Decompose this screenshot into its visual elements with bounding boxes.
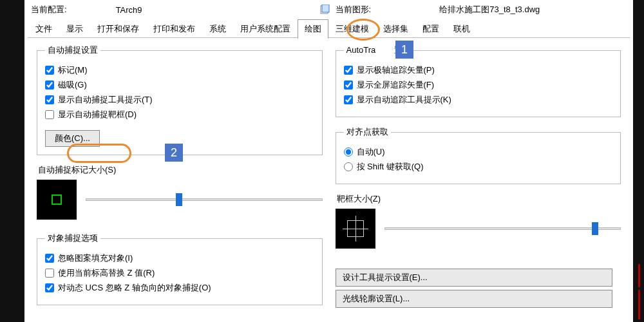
autotrack-group: AutoTra 置 显示极轴追踪矢量(P) 显示全屏追踪矢量(F) 显示自动追踪… (336, 44, 621, 117)
tab-0[interactable]: 文件 (28, 19, 59, 39)
chk-ignore-hatch[interactable]: 忽略图案填充对象(I) (45, 252, 314, 264)
autosnap-group: 自动捕捉设置 标记(M) 磁吸(G) 显示自动捕捉工具提示(T) 显示自动捕捉靶… (37, 44, 323, 155)
marker-preview (37, 180, 77, 220)
callout-number-2: 2 (165, 144, 183, 162)
alignment-legend: 对齐点获取 (344, 126, 391, 138)
marker-size-slider[interactable] (86, 198, 323, 201)
osnap-options-legend: 对象捕捉选项 (45, 232, 100, 244)
autosnap-legend: 自动捕捉设置 (45, 44, 100, 56)
tab-4[interactable]: 系统 (202, 19, 233, 39)
svg-rect-1 (322, 5, 329, 12)
drawing-value: 给排水施工图73_t8_t3.dwg (439, 4, 540, 15)
chk-autotrack-tooltip[interactable]: 显示自动追踪工具提示(K) (344, 94, 613, 106)
aperture-size-slider[interactable] (384, 227, 621, 230)
tab-1[interactable]: 显示 (59, 19, 90, 39)
chk-autosnap-aperture[interactable]: 显示自动捕捉靶框(D) (45, 109, 314, 120)
radio-shift[interactable]: 按 Shift 键获取(Q) (344, 161, 613, 173)
aperture-preview (336, 209, 375, 249)
aperture-size-label: 靶框大小(Z) (337, 193, 621, 205)
chk-dynamic-ucs[interactable]: 对动态 UCS 忽略 Z 轴负向的对象捕捉(O) (45, 282, 314, 294)
chk-fullscreen-vector[interactable]: 显示全屏追踪矢量(F) (344, 79, 613, 91)
design-tooltip-button[interactable]: 设计工具提示设置(E)... (336, 269, 612, 287)
chk-marker[interactable]: 标记(M) (45, 64, 314, 76)
tab-strip: 文件显示打开和保存打印和发布系统用户系统配置绘图三维建模选择集配置联机 (24, 19, 633, 39)
config-label: 当前配置: (31, 4, 67, 15)
tab-3[interactable]: 打印和发布 (146, 19, 202, 39)
light-glyph-button[interactable]: 光线轮廓设置(L)... (336, 290, 612, 308)
tab-5[interactable]: 用户系统配置 (233, 19, 298, 39)
tab-10[interactable]: 联机 (446, 19, 477, 39)
drawing-icon (320, 5, 330, 15)
chk-replace-z[interactable]: 使用当前标高替换 Z 值(R) (45, 267, 314, 279)
aperture-size-control (336, 209, 621, 249)
topbar: 当前配置: TArch9 当前图形: 给排水施工图73_t8_t3.dwg (24, 0, 633, 19)
callout-number-1: 1 (395, 41, 413, 59)
options-dialog: 当前配置: TArch9 当前图形: 给排水施工图73_t8_t3.dwg 文件… (24, 0, 633, 322)
config-value: TArch9 (116, 5, 142, 15)
tab-6[interactable]: 绘图 (298, 19, 328, 39)
marker-size-label: 自动捕捉标记大小(S) (38, 164, 323, 176)
osnap-options-group: 对象捕捉选项 忽略图案填充对象(I) 使用当前标高替换 Z 值(R) 对动态 U… (37, 232, 323, 305)
tab-9[interactable]: 配置 (415, 19, 446, 39)
alignment-group: 对齐点获取 自动(U) 按 Shift 键获取(Q) (336, 126, 621, 184)
chk-magnet[interactable]: 磁吸(G) (45, 79, 314, 91)
drafting-panel: 自动捕捉设置 标记(M) 磁吸(G) 显示自动捕捉工具提示(T) 显示自动捕捉靶… (28, 37, 630, 322)
marker-size-control (37, 180, 323, 220)
tab-2[interactable]: 打开和保存 (90, 19, 146, 39)
chk-autosnap-tooltip[interactable]: 显示自动捕捉工具提示(T) (45, 94, 314, 106)
drawing-label: 当前图形: (336, 4, 372, 15)
tab-8[interactable]: 选择集 (376, 19, 415, 39)
radio-auto[interactable]: 自动(U) (344, 146, 613, 158)
tab-7[interactable]: 三维建模 (328, 19, 376, 39)
colors-button[interactable]: 颜色(C)... (45, 130, 100, 147)
chk-polar-vector[interactable]: 显示极轴追踪矢量(P) (344, 64, 613, 76)
